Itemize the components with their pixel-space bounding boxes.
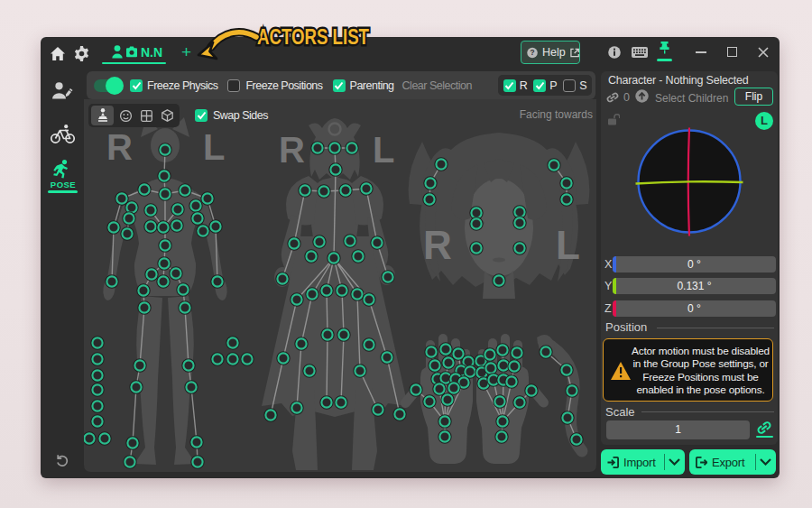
svg-text:L: L [203,127,225,167]
svg-text:?: ? [530,48,534,57]
svg-text:R: R [279,130,305,170]
svg-text:R: R [106,127,133,167]
svg-text:L: L [556,223,580,267]
svg-text:L: L [373,130,394,170]
svg-text:R: R [423,223,452,267]
svg-text:ACTORS LIST: ACTORS LIST [257,24,369,49]
